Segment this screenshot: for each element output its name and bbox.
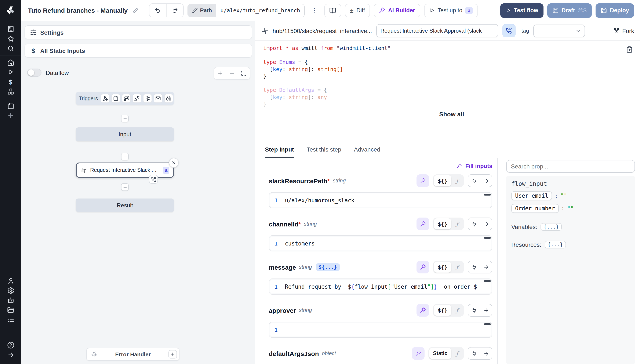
- plug-icon[interactable]: [468, 304, 480, 316]
- tab-advanced[interactable]: Advanced: [354, 146, 380, 158]
- function-mode-button[interactable]: ƒ: [451, 305, 463, 316]
- function-mode-button[interactable]: ƒ: [451, 348, 463, 359]
- plug-icon[interactable]: [468, 175, 480, 187]
- sidebar-item-favorites[interactable]: [4, 34, 18, 43]
- sidebar-collapse[interactable]: [4, 350, 18, 359]
- undo-button[interactable]: [149, 4, 166, 17]
- websocket-trigger-button[interactable]: [133, 94, 142, 103]
- tab-step-input[interactable]: Step Input: [265, 146, 294, 158]
- ai-builder-button[interactable]: AI Builder: [374, 4, 420, 17]
- error-handler-node[interactable]: Error Handler: [86, 348, 180, 360]
- add-error-handler-button[interactable]: [168, 350, 177, 358]
- sidebar-item-resources[interactable]: [4, 87, 18, 96]
- flow-settings-card[interactable]: Settings: [24, 26, 252, 39]
- clipboard-paste-icon[interactable]: [626, 46, 633, 53]
- static-mode-button[interactable]: Static: [429, 348, 451, 359]
- search-prop-input[interactable]: [506, 160, 635, 173]
- show-all-button[interactable]: Show all: [263, 111, 640, 118]
- fit-view-button[interactable]: [238, 67, 250, 79]
- code-editor[interactable]: import * as wmill from "windmill-client"…: [255, 41, 640, 143]
- template-mode-button[interactable]: ${}: [434, 305, 451, 316]
- input-node[interactable]: Input: [76, 128, 174, 141]
- variables-chip[interactable]: {...}: [540, 223, 562, 231]
- sidebar-item-schedules[interactable]: [4, 102, 18, 110]
- approval-step-node[interactable]: Request Interactive Slack Approval (... …: [76, 162, 174, 178]
- more-menu-button[interactable]: ⋮: [308, 6, 320, 14]
- ai-fill-button[interactable]: [412, 347, 424, 360]
- sidebar-item-folders[interactable]: [4, 306, 18, 314]
- sidebar-item-audit-logs[interactable]: [4, 315, 18, 324]
- prop-chip-order-number[interactable]: Order number: [511, 204, 559, 213]
- test-flow-button[interactable]: Test flow: [500, 3, 543, 18]
- prop-chip-user-email[interactable]: User email: [511, 191, 552, 200]
- template-mode-button[interactable]: ${}: [434, 218, 451, 230]
- static-inputs-card[interactable]: $ All Static Inputs: [24, 44, 252, 58]
- arrow-right-icon[interactable]: [480, 261, 492, 273]
- fill-inputs-button[interactable]: Fill inputs: [269, 160, 492, 172]
- route-trigger-button[interactable]: [122, 94, 131, 103]
- path-input[interactable]: [216, 4, 304, 17]
- template-mode-button[interactable]: ${}: [434, 175, 451, 186]
- field-value-editor[interactable]: 1 Refund request by _${flow_input["User …: [269, 278, 492, 294]
- windmill-logo[interactable]: [0, 0, 21, 21]
- plug-icon[interactable]: [468, 261, 480, 273]
- email-trigger-button[interactable]: [154, 94, 163, 103]
- triggers-node[interactable]: Triggers: [76, 92, 174, 105]
- dataflow-toggle[interactable]: [27, 68, 42, 76]
- function-mode-button[interactable]: ƒ: [451, 175, 463, 186]
- ai-fill-button[interactable]: [417, 218, 430, 230]
- hub-script-path[interactable]: hub/11500/slack/request_interactive...: [272, 27, 372, 34]
- zoom-in-button[interactable]: [214, 67, 226, 79]
- sidebar-item-home[interactable]: [4, 58, 18, 66]
- ai-fill-button[interactable]: [417, 261, 430, 274]
- arrow-right-icon[interactable]: [480, 175, 492, 187]
- tab-test-this-step[interactable]: Test this step: [307, 146, 341, 158]
- edit-title-icon[interactable]: [132, 8, 138, 13]
- sidebar-item-account[interactable]: [4, 276, 18, 285]
- redo-button[interactable]: [166, 4, 183, 17]
- draft-button[interactable]: Draft⌘S: [547, 3, 592, 18]
- add-step-button[interactable]: [121, 153, 129, 160]
- plug-icon[interactable]: [468, 218, 480, 230]
- add-step-button[interactable]: [121, 115, 129, 122]
- ai-fill-button[interactable]: [417, 174, 430, 187]
- docs-button[interactable]: [324, 4, 341, 17]
- sidebar-item-workspace[interactable]: [4, 24, 18, 33]
- sidebar-item-settings[interactable]: [4, 286, 18, 294]
- webhook-trigger-button[interactable]: [101, 94, 110, 103]
- field-value-editor[interactable]: 1: [269, 322, 492, 338]
- result-node[interactable]: Result: [76, 198, 174, 212]
- delete-step-button[interactable]: [169, 158, 178, 168]
- sidebar-item-ai[interactable]: [4, 296, 18, 304]
- field-type: object: [322, 350, 336, 356]
- sidebar-item-add[interactable]: [4, 111, 18, 120]
- deploy-button[interactable]: Deploy: [596, 3, 634, 18]
- function-mode-button[interactable]: ƒ: [451, 262, 463, 272]
- arrow-right-icon[interactable]: [480, 218, 492, 230]
- sidebar-item-runs[interactable]: [4, 68, 18, 76]
- sidebar-item-help[interactable]: [4, 341, 18, 349]
- field-value-editor[interactable]: 1 customers: [269, 235, 492, 252]
- fork-button[interactable]: Fork: [613, 27, 634, 34]
- arrow-right-icon[interactable]: [480, 304, 492, 316]
- ai-fill-button[interactable]: [417, 304, 430, 316]
- add-step-button[interactable]: [121, 183, 129, 191]
- plug-icon[interactable]: [468, 348, 480, 359]
- function-mode-button[interactable]: ƒ: [451, 218, 463, 230]
- zoom-out-button[interactable]: [226, 67, 238, 79]
- sidebar-item-variables[interactable]: $: [4, 78, 18, 86]
- kafka-trigger-button[interactable]: [143, 94, 152, 103]
- resources-chip[interactable]: {...}: [545, 241, 566, 248]
- draft-shortcut: ⌘S: [578, 7, 587, 14]
- field-value-editor[interactable]: 1 u/alex/humorous_slack: [269, 192, 492, 208]
- arrow-right-icon[interactable]: [480, 348, 492, 359]
- template-mode-button[interactable]: ${}: [434, 262, 451, 272]
- sidebar-item-search[interactable]: [4, 44, 18, 52]
- schedule-trigger-button[interactable]: [112, 94, 120, 103]
- step-summary-input[interactable]: [376, 24, 498, 37]
- poll-trigger-button[interactable]: [164, 94, 173, 103]
- diff-button[interactable]: ±Diff: [345, 4, 370, 17]
- tag-select[interactable]: [533, 24, 585, 37]
- suspend-approval-button[interactable]: [502, 24, 516, 37]
- test-up-to-button[interactable]: Test up toa: [424, 4, 478, 17]
